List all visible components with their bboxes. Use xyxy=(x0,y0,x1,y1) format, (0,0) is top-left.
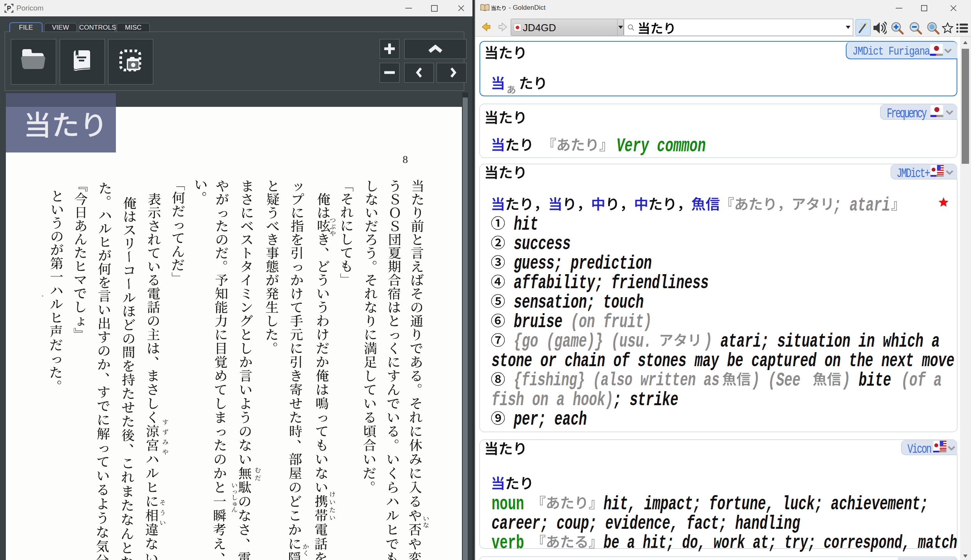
svg-text:P: P xyxy=(7,5,11,12)
